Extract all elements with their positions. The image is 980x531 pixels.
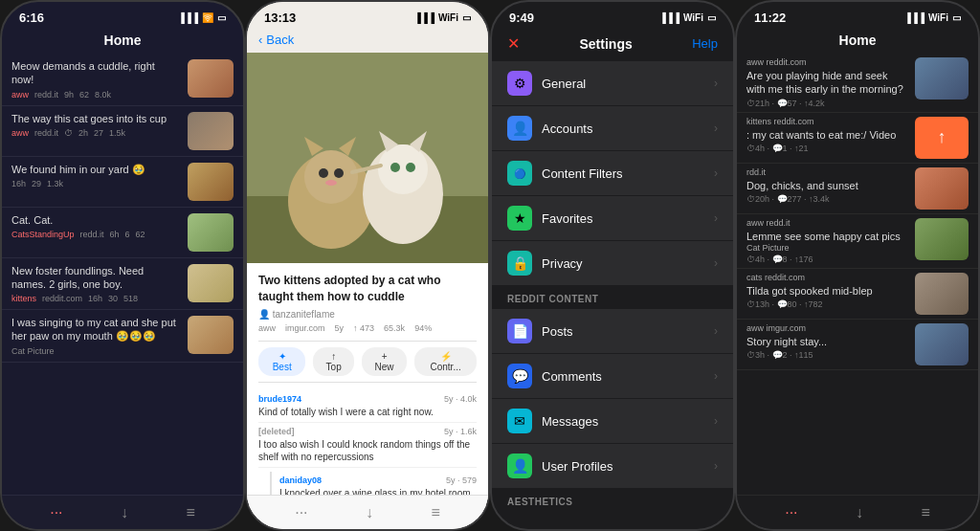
privacy-icon: 🔒 bbox=[507, 251, 532, 276]
feed4-meta-top: ⏱21h · 💬57 · ↑4.2k bbox=[746, 99, 907, 108]
general-label: General bbox=[542, 77, 714, 91]
general-icon: ⚙ bbox=[507, 71, 532, 96]
feed-thumb-6 bbox=[188, 316, 234, 354]
sort-best-button[interactable]: ✦ Best bbox=[258, 347, 305, 376]
comment-time-2: 5y · 1.6k bbox=[444, 427, 477, 436]
feed4-item-2[interactable]: kittens reddit.com : my cat wants to eat… bbox=[737, 113, 978, 164]
back-header[interactable]: ‹ Back bbox=[247, 29, 488, 53]
battery-icon-2: ▭ bbox=[462, 12, 471, 23]
feed-item-1[interactable]: Meow demands a cuddle, right now! aww re… bbox=[2, 54, 243, 106]
signal-icon-4: ▐▐▐ bbox=[904, 12, 924, 23]
posts-label: Posts bbox=[542, 324, 714, 339]
feed4-title-3: Dog, chicks, and sunset bbox=[746, 179, 907, 192]
comment-user-3: daniday08 bbox=[279, 476, 322, 485]
feed-item-5[interactable]: New foster foundlings. Need names. 2 gir… bbox=[2, 258, 243, 311]
time-1: 6:16 bbox=[19, 11, 44, 25]
favorites-chevron: › bbox=[714, 211, 718, 225]
back-chevron-icon: ‹ bbox=[258, 33, 262, 47]
feed4-item-3[interactable]: rdd.it Dog, chicks, and sunset ⏱20h · 💬2… bbox=[737, 164, 978, 214]
bottom-bar-1: ··· ↓ ≡ bbox=[2, 495, 243, 529]
settings-item-messages[interactable]: ✉ Messages › bbox=[492, 399, 733, 443]
feed4-header: Home bbox=[737, 29, 978, 54]
down-icon-2[interactable]: ↓ bbox=[366, 504, 373, 521]
user-profiles-icon: 👤 bbox=[507, 454, 532, 478]
time-2: 13:13 bbox=[264, 11, 296, 25]
content-filters-icon: 🔵 bbox=[507, 161, 532, 186]
settings-item-posts[interactable]: 📄 Posts › bbox=[492, 309, 733, 353]
posts-icon: 📄 bbox=[507, 319, 532, 343]
feed-item-2[interactable]: The way this cat goes into its cup aww r… bbox=[2, 106, 243, 157]
sort-top-button[interactable]: ↑ Top bbox=[313, 347, 354, 376]
svg-point-7 bbox=[334, 168, 344, 178]
menu-icon-4[interactable]: ≡ bbox=[921, 504, 929, 521]
settings-item-accounts[interactable]: 👤 Accounts › bbox=[492, 106, 733, 150]
sort-new-button[interactable]: + New bbox=[362, 347, 407, 376]
post-title-3: We found him in our yard 🥹 bbox=[11, 163, 180, 176]
feed-text-5: New foster foundlings. Need names. 2 gir… bbox=[11, 264, 180, 304]
phone-4: 11:22 ▐▐▐ WiFi ▭ Home aww reddit.com Are… bbox=[735, 0, 980, 531]
menu-icon[interactable]: ≡ bbox=[186, 504, 194, 521]
feed4-title-top: Are you playing hide and seek with me th… bbox=[746, 69, 907, 97]
sort-controversial-button[interactable]: ⚡ Contr... bbox=[414, 347, 477, 376]
comments-1: 62 bbox=[79, 90, 89, 100]
status-bar-4: 11:22 ▐▐▐ WiFi ▭ bbox=[737, 2, 978, 29]
post-actions: ✦ Best ↑ Top + New ⚡ Contr... bbox=[258, 341, 477, 383]
post-meta-5: kittens reddit.com 16h 30 518 bbox=[11, 294, 180, 303]
feed4-title-6: Story night stay... bbox=[746, 335, 907, 348]
close-button[interactable]: ✕ bbox=[507, 34, 520, 53]
down-icon-4[interactable]: ↓ bbox=[856, 504, 863, 521]
down-icon[interactable]: ↓ bbox=[121, 504, 128, 521]
post-title-4: Cat. Cat. bbox=[11, 213, 180, 227]
feed4-item-4[interactable]: aww redd.it Lemme see some happy cat pic… bbox=[737, 214, 978, 269]
dots-icon[interactable]: ··· bbox=[50, 504, 62, 521]
settings-item-favorites[interactable]: ★ Favorites › bbox=[492, 196, 733, 240]
post-heading: Two kittens adopted by a cat who taught … bbox=[258, 273, 477, 305]
messages-label: Messages bbox=[542, 414, 714, 429]
feed4-thumb-2: ↑ bbox=[915, 117, 969, 159]
settings-item-content-filters[interactable]: 🔵 Content Filters › bbox=[492, 151, 733, 195]
reddit-content-label: REDDIT CONTENT bbox=[492, 286, 733, 308]
post-meta-3: 16h 29 1.3k bbox=[11, 179, 180, 188]
post-meta-2: aww redd.it ⏱ 2h 27 1.5k bbox=[11, 128, 180, 138]
menu-icon-2[interactable]: ≡ bbox=[431, 504, 439, 521]
status-icons-4: ▐▐▐ WiFi ▭ bbox=[904, 12, 961, 23]
time-post-1: 9h bbox=[64, 90, 74, 100]
status-icons-3: ▐▐▐ WiFi ▭ bbox=[659, 12, 716, 23]
status-icons-2: ▐▐▐ WiFi ▭ bbox=[414, 12, 471, 23]
dots-icon-2[interactable]: ··· bbox=[295, 504, 307, 521]
settings-item-general[interactable]: ⚙ General › bbox=[492, 61, 733, 105]
post-title-2: The way this cat goes into its cup bbox=[11, 112, 180, 125]
dots-icon-4[interactable]: ··· bbox=[785, 504, 797, 521]
settings-item-user-profiles[interactable]: 👤 User Profiles › bbox=[492, 444, 733, 488]
comment-item-1: brude1974 5y · 4.0k Kind of totally wish… bbox=[258, 390, 477, 423]
feed4-item-5[interactable]: cats reddit.com Tilda got spooked mid-bl… bbox=[737, 269, 978, 320]
comment-text-1: Kind of totally wish I were a cat right … bbox=[258, 406, 477, 418]
post-time: 5y bbox=[335, 323, 345, 333]
messages-chevron: › bbox=[714, 414, 718, 428]
feed4-text-5: cats reddit.com Tilda got spooked mid-bl… bbox=[746, 273, 907, 309]
signal-icon-3: ▐▐▐ bbox=[659, 12, 679, 23]
status-bar-2: 13:13 ▐▐▐ WiFi ▭ bbox=[247, 2, 488, 29]
comment-user-2: [deleted] bbox=[258, 427, 295, 436]
feed-item-6[interactable]: I was singing to my cat and she put her … bbox=[2, 310, 243, 363]
feed-text-4: Cat. Cat. CatsStandingUp redd.it 6h 6 62 bbox=[11, 213, 180, 239]
feed-text-2: The way this cat goes into its cup aww r… bbox=[11, 112, 180, 138]
settings-item-privacy[interactable]: 🔒 Privacy › bbox=[492, 241, 733, 285]
comment-time-1: 5y · 4.0k bbox=[444, 394, 477, 404]
feed-thumb-2 bbox=[188, 112, 234, 150]
user-profiles-label: User Profiles bbox=[542, 459, 714, 474]
upvotes-1: 8.0k bbox=[95, 90, 111, 100]
accounts-chevron: › bbox=[714, 122, 718, 135]
feed4-item-6[interactable]: aww imgur.com Story night stay... ⏱3h · … bbox=[737, 320, 978, 370]
settings-item-comments[interactable]: 💬 Comments › bbox=[492, 354, 733, 398]
phone-3: 9:49 ▐▐▐ WiFi ▭ ✕ Settings Help ⚙ Genera… bbox=[490, 0, 735, 531]
post-title-5: New foster foundlings. Need names. 2 gir… bbox=[11, 264, 180, 292]
favorites-label: Favorites bbox=[542, 211, 714, 226]
help-button[interactable]: Help bbox=[692, 36, 718, 51]
content-filters-chevron: › bbox=[714, 166, 718, 180]
general-chevron: › bbox=[714, 77, 718, 90]
messages-icon: ✉ bbox=[507, 409, 532, 433]
feed-item-3[interactable]: We found him in our yard 🥹 16h 29 1.3k bbox=[2, 157, 243, 208]
feed4-item-top[interactable]: aww reddit.com Are you playing hide and … bbox=[737, 54, 978, 113]
feed-item-4[interactable]: Cat. Cat. CatsStandingUp redd.it 6h 6 62 bbox=[2, 208, 243, 258]
